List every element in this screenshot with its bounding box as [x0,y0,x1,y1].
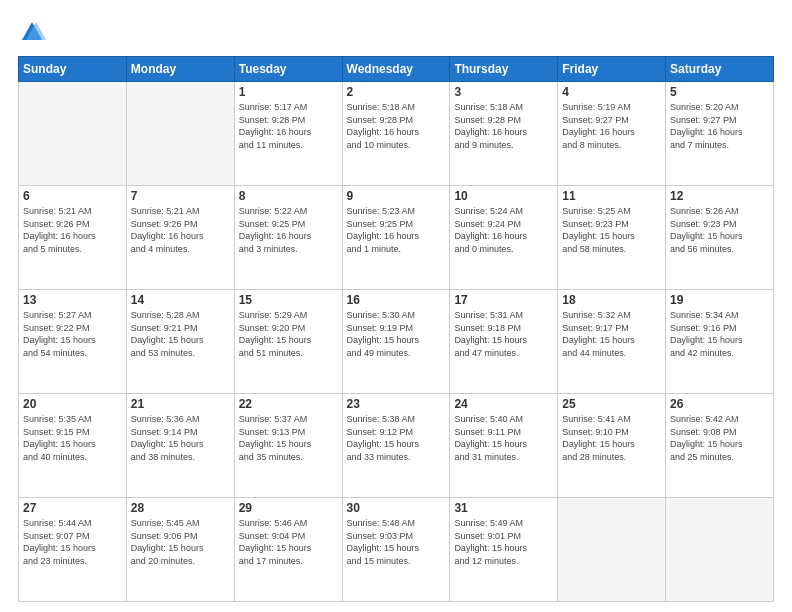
day-info: Sunrise: 5:30 AM Sunset: 9:19 PM Dayligh… [347,309,446,359]
calendar-cell: 13Sunrise: 5:27 AM Sunset: 9:22 PM Dayli… [19,290,127,394]
calendar-cell: 24Sunrise: 5:40 AM Sunset: 9:11 PM Dayli… [450,394,558,498]
day-number: 2 [347,85,446,99]
day-info: Sunrise: 5:42 AM Sunset: 9:08 PM Dayligh… [670,413,769,463]
day-info: Sunrise: 5:20 AM Sunset: 9:27 PM Dayligh… [670,101,769,151]
day-number: 1 [239,85,338,99]
day-info: Sunrise: 5:41 AM Sunset: 9:10 PM Dayligh… [562,413,661,463]
calendar-week-3: 13Sunrise: 5:27 AM Sunset: 9:22 PM Dayli… [19,290,774,394]
calendar-cell [19,82,127,186]
day-info: Sunrise: 5:46 AM Sunset: 9:04 PM Dayligh… [239,517,338,567]
day-number: 31 [454,501,553,515]
day-number: 16 [347,293,446,307]
day-number: 13 [23,293,122,307]
day-info: Sunrise: 5:21 AM Sunset: 9:26 PM Dayligh… [131,205,230,255]
calendar-cell: 25Sunrise: 5:41 AM Sunset: 9:10 PM Dayli… [558,394,666,498]
calendar-cell [126,82,234,186]
day-number: 19 [670,293,769,307]
calendar-cell: 11Sunrise: 5:25 AM Sunset: 9:23 PM Dayli… [558,186,666,290]
day-info: Sunrise: 5:24 AM Sunset: 9:24 PM Dayligh… [454,205,553,255]
calendar-header-saturday: Saturday [666,57,774,82]
calendar-cell: 28Sunrise: 5:45 AM Sunset: 9:06 PM Dayli… [126,498,234,602]
day-info: Sunrise: 5:34 AM Sunset: 9:16 PM Dayligh… [670,309,769,359]
day-number: 21 [131,397,230,411]
day-number: 15 [239,293,338,307]
calendar-cell: 23Sunrise: 5:38 AM Sunset: 9:12 PM Dayli… [342,394,450,498]
day-number: 4 [562,85,661,99]
day-info: Sunrise: 5:40 AM Sunset: 9:11 PM Dayligh… [454,413,553,463]
calendar-cell: 4Sunrise: 5:19 AM Sunset: 9:27 PM Daylig… [558,82,666,186]
calendar-cell: 2Sunrise: 5:18 AM Sunset: 9:28 PM Daylig… [342,82,450,186]
calendar-cell [558,498,666,602]
day-info: Sunrise: 5:27 AM Sunset: 9:22 PM Dayligh… [23,309,122,359]
calendar-cell: 31Sunrise: 5:49 AM Sunset: 9:01 PM Dayli… [450,498,558,602]
day-number: 14 [131,293,230,307]
day-number: 18 [562,293,661,307]
calendar-header-row: SundayMondayTuesdayWednesdayThursdayFrid… [19,57,774,82]
day-info: Sunrise: 5:28 AM Sunset: 9:21 PM Dayligh… [131,309,230,359]
calendar-cell [666,498,774,602]
day-number: 17 [454,293,553,307]
day-info: Sunrise: 5:25 AM Sunset: 9:23 PM Dayligh… [562,205,661,255]
calendar-cell: 7Sunrise: 5:21 AM Sunset: 9:26 PM Daylig… [126,186,234,290]
header [18,18,774,46]
calendar-cell: 17Sunrise: 5:31 AM Sunset: 9:18 PM Dayli… [450,290,558,394]
day-info: Sunrise: 5:18 AM Sunset: 9:28 PM Dayligh… [454,101,553,151]
calendar-header-thursday: Thursday [450,57,558,82]
calendar-header-monday: Monday [126,57,234,82]
calendar-table: SundayMondayTuesdayWednesdayThursdayFrid… [18,56,774,602]
logo-icon [18,18,46,46]
calendar-cell: 22Sunrise: 5:37 AM Sunset: 9:13 PM Dayli… [234,394,342,498]
day-number: 7 [131,189,230,203]
day-info: Sunrise: 5:18 AM Sunset: 9:28 PM Dayligh… [347,101,446,151]
calendar-cell: 15Sunrise: 5:29 AM Sunset: 9:20 PM Dayli… [234,290,342,394]
calendar-cell: 19Sunrise: 5:34 AM Sunset: 9:16 PM Dayli… [666,290,774,394]
day-number: 30 [347,501,446,515]
day-number: 27 [23,501,122,515]
day-info: Sunrise: 5:31 AM Sunset: 9:18 PM Dayligh… [454,309,553,359]
calendar-header-wednesday: Wednesday [342,57,450,82]
calendar-week-5: 27Sunrise: 5:44 AM Sunset: 9:07 PM Dayli… [19,498,774,602]
calendar-cell: 1Sunrise: 5:17 AM Sunset: 9:28 PM Daylig… [234,82,342,186]
calendar-cell: 9Sunrise: 5:23 AM Sunset: 9:25 PM Daylig… [342,186,450,290]
day-info: Sunrise: 5:23 AM Sunset: 9:25 PM Dayligh… [347,205,446,255]
day-number: 26 [670,397,769,411]
calendar-cell: 16Sunrise: 5:30 AM Sunset: 9:19 PM Dayli… [342,290,450,394]
calendar-cell: 10Sunrise: 5:24 AM Sunset: 9:24 PM Dayli… [450,186,558,290]
day-info: Sunrise: 5:49 AM Sunset: 9:01 PM Dayligh… [454,517,553,567]
day-number: 22 [239,397,338,411]
day-number: 12 [670,189,769,203]
calendar-week-1: 1Sunrise: 5:17 AM Sunset: 9:28 PM Daylig… [19,82,774,186]
calendar-cell: 29Sunrise: 5:46 AM Sunset: 9:04 PM Dayli… [234,498,342,602]
page: SundayMondayTuesdayWednesdayThursdayFrid… [0,0,792,612]
calendar-cell: 8Sunrise: 5:22 AM Sunset: 9:25 PM Daylig… [234,186,342,290]
calendar-header-sunday: Sunday [19,57,127,82]
day-info: Sunrise: 5:48 AM Sunset: 9:03 PM Dayligh… [347,517,446,567]
day-number: 10 [454,189,553,203]
calendar-cell: 27Sunrise: 5:44 AM Sunset: 9:07 PM Dayli… [19,498,127,602]
day-number: 20 [23,397,122,411]
calendar-cell: 5Sunrise: 5:20 AM Sunset: 9:27 PM Daylig… [666,82,774,186]
day-number: 5 [670,85,769,99]
calendar-header-friday: Friday [558,57,666,82]
day-number: 29 [239,501,338,515]
day-info: Sunrise: 5:44 AM Sunset: 9:07 PM Dayligh… [23,517,122,567]
day-number: 24 [454,397,553,411]
calendar-cell: 18Sunrise: 5:32 AM Sunset: 9:17 PM Dayli… [558,290,666,394]
calendar-cell: 6Sunrise: 5:21 AM Sunset: 9:26 PM Daylig… [19,186,127,290]
day-info: Sunrise: 5:35 AM Sunset: 9:15 PM Dayligh… [23,413,122,463]
calendar-header-tuesday: Tuesday [234,57,342,82]
day-info: Sunrise: 5:45 AM Sunset: 9:06 PM Dayligh… [131,517,230,567]
calendar-cell: 26Sunrise: 5:42 AM Sunset: 9:08 PM Dayli… [666,394,774,498]
day-info: Sunrise: 5:17 AM Sunset: 9:28 PM Dayligh… [239,101,338,151]
calendar-cell: 3Sunrise: 5:18 AM Sunset: 9:28 PM Daylig… [450,82,558,186]
calendar-week-4: 20Sunrise: 5:35 AM Sunset: 9:15 PM Dayli… [19,394,774,498]
day-info: Sunrise: 5:22 AM Sunset: 9:25 PM Dayligh… [239,205,338,255]
day-info: Sunrise: 5:37 AM Sunset: 9:13 PM Dayligh… [239,413,338,463]
day-number: 23 [347,397,446,411]
day-info: Sunrise: 5:29 AM Sunset: 9:20 PM Dayligh… [239,309,338,359]
logo [18,18,50,46]
day-info: Sunrise: 5:38 AM Sunset: 9:12 PM Dayligh… [347,413,446,463]
day-info: Sunrise: 5:32 AM Sunset: 9:17 PM Dayligh… [562,309,661,359]
calendar-cell: 20Sunrise: 5:35 AM Sunset: 9:15 PM Dayli… [19,394,127,498]
day-number: 28 [131,501,230,515]
